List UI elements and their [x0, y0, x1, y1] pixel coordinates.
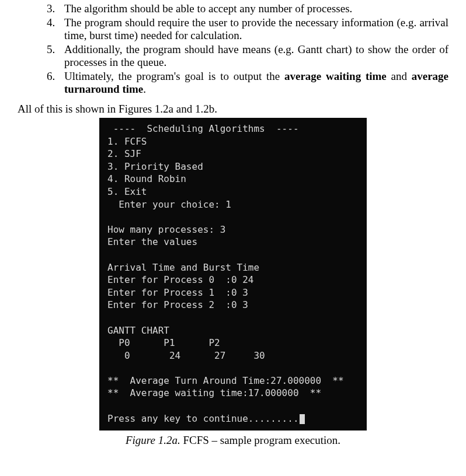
- term-menu-5: 5. Exit: [107, 186, 147, 197]
- requirement-5: Additionally, the program should have me…: [47, 43, 448, 69]
- figure-text: FCFS – sample program execution.: [180, 434, 340, 446]
- term-avg-waiting: ** Average waiting time:17.000000 **: [107, 387, 321, 398]
- term-how-many: How many processes: 3: [107, 224, 225, 235]
- term-proc-1: Enter for Process 1 :0 3: [107, 287, 248, 298]
- requirement-6-text-c: and: [387, 70, 412, 82]
- requirement-3-text: The algorithm should be able to accept a…: [64, 2, 352, 15]
- term-choice: Enter your choice: 1: [107, 199, 231, 210]
- requirement-4-text: The program should require the user to p…: [64, 16, 448, 41]
- term-gantt-row: P0 P1 P2: [107, 337, 220, 348]
- terminal-output: ---- Scheduling Algorithms ---- 1. FCFS …: [99, 118, 367, 430]
- term-gantt-title: GANTT CHART: [107, 325, 169, 336]
- requirement-6: Ultimately, the program's goal is to out…: [47, 70, 448, 96]
- requirement-3: The algorithm should be able to accept a…: [47, 2, 448, 15]
- requirement-5-text: Additionally, the program should have me…: [64, 43, 448, 68]
- term-menu-1: 1. FCFS: [107, 136, 147, 147]
- term-menu-2: 2. SJF: [107, 148, 141, 159]
- requirement-list: The algorithm should be able to accept a…: [18, 2, 448, 96]
- term-section-header: Arrival Time and Burst Time: [107, 262, 259, 273]
- requirement-6-bold-1: average waiting time: [284, 70, 387, 82]
- term-press-any-key: Press any key to continue.........: [107, 413, 299, 424]
- term-menu-3: 3. Priority Based: [107, 161, 203, 172]
- requirement-6-text-a: Ultimately, the program's goal is to out…: [64, 70, 284, 82]
- term-proc-0: Enter for Process 0 :0 24: [107, 274, 253, 285]
- term-header: ---- Scheduling Algorithms ----: [107, 123, 299, 134]
- figure-number: Figure 1.2a.: [126, 434, 180, 446]
- requirement-6-text-e: .: [143, 83, 146, 95]
- term-avg-turnaround: ** Average Turn Around Time:27.000000 **: [107, 375, 344, 386]
- cursor-icon: [300, 414, 305, 424]
- summary-line: All of this is shown in Figures 1.2a and…: [18, 103, 448, 116]
- figure-caption: Figure 1.2a. FCFS – sample program execu…: [18, 434, 448, 447]
- requirement-4: The program should require the user to p…: [47, 16, 448, 42]
- term-proc-2: Enter for Process 2 :0 3: [107, 299, 248, 310]
- term-gantt-numbers: 0 24 27 30: [107, 350, 265, 361]
- term-menu-4: 4. Round Robin: [107, 173, 186, 184]
- term-enter-values: Enter the values: [107, 236, 197, 247]
